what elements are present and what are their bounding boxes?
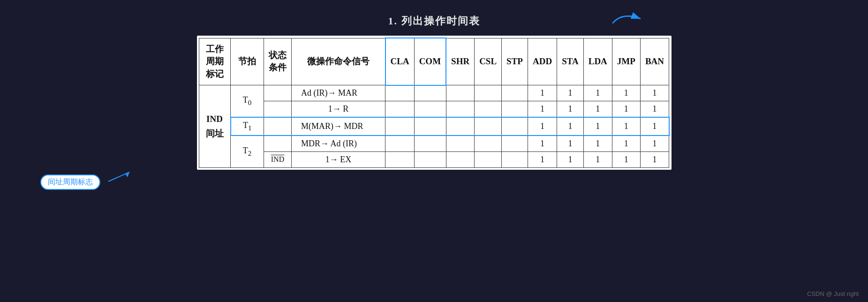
cell-STP-3: [502, 117, 528, 136]
arrow-indicator: [612, 9, 650, 30]
cell-ADD-2: 1: [528, 101, 557, 118]
header-COM: COM: [414, 38, 446, 85]
cell-LDA-5: 1: [583, 151, 612, 167]
table-row: IND 1→ EX 1 1 1 1 1: [199, 151, 669, 167]
cell-signal-4: MDR→ Ad (IR): [292, 136, 385, 152]
cell-JMP-1: 1: [612, 85, 640, 101]
cell-condition-3: [264, 117, 292, 136]
cell-ADD-1: 1: [528, 85, 557, 101]
title-row: 1. 列出操作时间表: [12, 14, 856, 28]
cell-LDA-2: 1: [583, 101, 612, 118]
cell-ADD-3: 1: [528, 117, 557, 136]
cell-condition-2: [264, 101, 292, 118]
cell-STA-3: 1: [557, 117, 584, 136]
cell-JMP-5: 1: [612, 151, 640, 167]
page-title: 1. 列出操作时间表: [388, 14, 480, 28]
cell-SHR-1: [446, 85, 475, 101]
arrow-svg: [612, 9, 650, 28]
cell-STP-5: [502, 151, 528, 167]
table-wrapper: 工作周期标记 节拍 状态条件 微操作命令信号 CLA COM SHR CSL S…: [197, 36, 672, 170]
cell-ADD-4: 1: [528, 136, 557, 152]
cell-BAN-2: 1: [640, 101, 669, 118]
table-row: IND间址 T0 Ad (IR)→ MAR 1 1 1 1 1: [199, 85, 669, 101]
cell-COM-4: [414, 136, 446, 152]
cell-STA-5: 1: [557, 151, 584, 167]
table-row: 1→ R 1 1 1 1 1: [199, 101, 669, 118]
cell-CSL-3: [475, 117, 502, 136]
cell-cycle-IND: IND间址: [199, 85, 231, 168]
header-condition: 状态条件: [264, 38, 292, 85]
cell-JMP-2: 1: [612, 101, 640, 118]
annotation-area: 间址周期标志: [12, 170, 856, 207]
annotation-box: 间址周期标志: [40, 174, 100, 190]
header-STP: STP: [502, 38, 528, 85]
cell-SHR-5: [446, 151, 475, 167]
cell-SHR-4: [446, 136, 475, 152]
header-SHR: SHR: [446, 38, 475, 85]
cell-signal-2: 1→ R: [292, 101, 385, 118]
cell-CSL-2: [475, 101, 502, 118]
cell-COM-3: [414, 117, 446, 136]
cell-BAN-1: 1: [640, 85, 669, 101]
cell-STP-2: [502, 101, 528, 118]
watermark: CSDN @ Just right: [807, 290, 859, 297]
table-row-highlighted: T1 M(MAR)→ MDR ​ 1 1 1 1 1: [199, 117, 669, 136]
cell-BAN-4: 1: [640, 136, 669, 152]
header-LDA: LDA: [583, 38, 612, 85]
header-signal: 微操作命令信号: [292, 38, 385, 85]
cell-JMP-3: 1: [612, 117, 640, 136]
cell-CLA-3: [385, 117, 415, 136]
header-CLA: CLA: [385, 38, 415, 85]
cell-CSL-4: [475, 136, 502, 152]
header-ADD: ADD: [528, 38, 557, 85]
cell-condition-4: [264, 136, 292, 152]
cell-STP-4: [502, 136, 528, 152]
cell-beat-T1: T1: [231, 117, 264, 136]
cell-CLA-5: [385, 151, 415, 167]
cell-COM-1: [414, 85, 446, 101]
cell-signal-1: Ad (IR)→ MAR: [292, 85, 385, 101]
header-CSL: CSL: [475, 38, 502, 85]
cell-COM-2: [414, 101, 446, 118]
cell-BAN-3: 1: [640, 117, 669, 136]
page-container: 1. 列出操作时间表 工作周期标记 节拍 状态条件 微操作命令信号: [12, 9, 856, 207]
header-beat: 节拍: [231, 38, 264, 85]
cell-BAN-5: 1: [640, 151, 669, 167]
header-cycle: 工作周期标记: [199, 38, 231, 85]
cell-beat-T0: T0: [231, 85, 264, 118]
header-BAN: BAN: [640, 38, 669, 85]
cell-STA-4: 1: [557, 136, 584, 152]
table-header-row: 工作周期标记 节拍 状态条件 微操作命令信号 CLA COM SHR CSL S…: [199, 38, 669, 85]
cell-signal-5: 1→ EX: [292, 151, 385, 167]
cell-JMP-4: 1: [612, 136, 640, 152]
cell-condition-1: [264, 85, 292, 101]
overline-IND: IND: [271, 155, 284, 163]
cell-CLA-4: [385, 136, 415, 152]
cell-LDA-1: 1: [583, 85, 612, 101]
cell-ADD-5: 1: [528, 151, 557, 167]
annotation-text: 间址周期标志: [48, 178, 93, 186]
cell-CLA-2: [385, 101, 415, 118]
cell-LDA-3: 1: [583, 117, 612, 136]
cell-signal-3: M(MAR)→ MDR ​: [292, 117, 385, 136]
cell-COM-5: [414, 151, 446, 167]
header-STA: STA: [557, 38, 584, 85]
cell-LDA-4: 1: [583, 136, 612, 152]
cell-STP-1: [502, 85, 528, 101]
cell-SHR-3: [446, 117, 475, 136]
cell-CSL-5: [475, 151, 502, 167]
operation-table: 工作周期标记 节拍 状态条件 微操作命令信号 CLA COM SHR CSL S…: [199, 38, 670, 168]
cell-condition-5: IND: [264, 151, 292, 167]
table-row: T2 MDR→ Ad (IR) 1 1 1 1 1: [199, 136, 669, 152]
svg-line-1: [108, 172, 129, 181]
cell-STA-2: 1: [557, 101, 584, 118]
cell-beat-T2: T2: [231, 136, 264, 168]
cell-SHR-2: [446, 101, 475, 118]
cell-STA-1: 1: [557, 85, 584, 101]
cell-CLA-1: [385, 85, 415, 101]
cell-CSL-1: [475, 85, 502, 101]
header-JMP: JMP: [612, 38, 640, 85]
